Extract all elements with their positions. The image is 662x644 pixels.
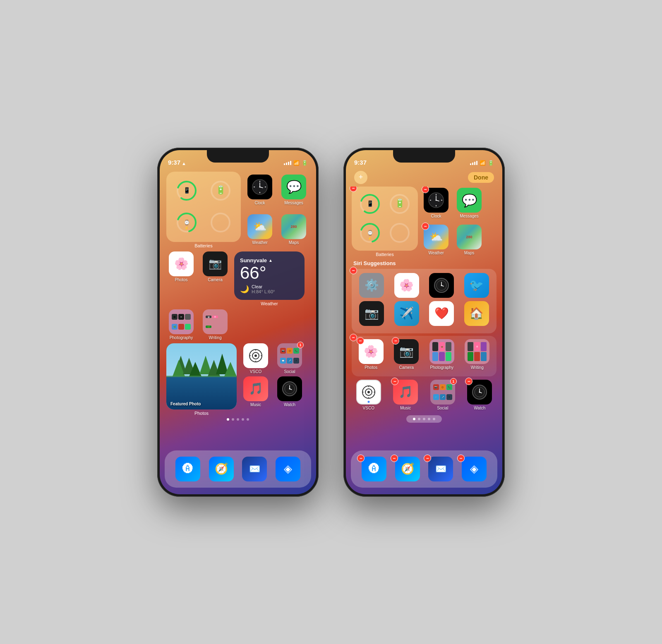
camera-app[interactable]: 📷 Camera: [200, 251, 230, 306]
right-battery-icon: 🔋: [488, 160, 494, 166]
dock-dropbox[interactable]: ◈: [273, 457, 303, 481]
main-apps-minus[interactable]: −: [350, 334, 357, 341]
siri-photos[interactable]: 🌸: [391, 273, 423, 298]
featured-photo-app-label: Photos: [194, 411, 209, 416]
dock-spark[interactable]: ✉️: [240, 457, 269, 481]
svg-point-40: [289, 388, 290, 389]
clock-label: Clock: [254, 201, 265, 205]
svg-point-50: [391, 224, 409, 242]
svg-point-74: [479, 391, 480, 393]
right-messages-app[interactable]: 💬 Messages: [454, 188, 484, 218]
page-dot-3: [237, 418, 239, 421]
music-minus-btn[interactable]: −: [391, 378, 398, 385]
right-weather-app[interactable]: − ⛅ Weather: [421, 225, 451, 255]
svg-text:🔋: 🔋: [216, 185, 226, 195]
dock-appstore[interactable]: 🅐: [173, 457, 203, 481]
social-folder[interactable]: 📷 Ⓘ 📞 💬 ✈️ f 1 Social: [275, 343, 305, 374]
dock-dropbox-minus[interactable]: −: [457, 455, 465, 462]
siri-home[interactable]: 🏠: [461, 301, 493, 326]
svg-text:🔋: 🔋: [395, 198, 405, 208]
small-apps-column: Clock ⛅ Weather: [245, 172, 275, 248]
batteries-label: Batteries: [194, 243, 212, 248]
weather-icon: ⛅: [247, 214, 272, 239]
right-vsco-app[interactable]: VSCO: [352, 380, 386, 410]
photos-app[interactable]: 🌸 Photos: [166, 251, 196, 306]
right-camera-minus[interactable]: −: [392, 337, 399, 345]
dock-appstore-minus[interactable]: −: [357, 455, 365, 462]
svg-point-66: [367, 391, 370, 393]
right-photography-label: Photography: [430, 365, 453, 370]
dock-spark-minus[interactable]: −: [424, 455, 431, 462]
second-row: 🌸 Photos 📷 Camera Sunnyvale ▲: [166, 251, 309, 306]
add-widget-button[interactable]: +: [354, 171, 367, 184]
batteries-widget-container[interactable]: 📱 🔋: [166, 172, 241, 248]
weather-minus-btn[interactable]: −: [422, 223, 429, 230]
siri-telegram[interactable]: ✈️: [391, 301, 423, 326]
messages-maps-column: 💬 Messages 280 Maps: [279, 172, 309, 248]
weather-widget-container[interactable]: Sunnyvale ▲ 66° 🌙 Clear H:84° L:60°: [234, 251, 305, 306]
right-social-folder[interactable]: 📷 Ⓘ 📞 🐦 ✈️ f 1 Social: [426, 380, 460, 410]
siri-health[interactable]: ❤️: [426, 301, 458, 326]
featured-photo-container[interactable]: Featured Photo Photos: [166, 343, 237, 416]
right-maps-app[interactable]: 280 Maps: [454, 225, 484, 255]
siri-camera-icon: 📷: [359, 301, 384, 326]
watch-icon: [277, 376, 302, 401]
right-wifi-icon: 📶: [480, 160, 486, 166]
svg-text:⚡: ⚡: [368, 236, 372, 240]
right-clock-app[interactable]: −: [421, 188, 451, 218]
right-writing-app[interactable]: B Writing: [461, 339, 494, 370]
vsco-app[interactable]: VSCO: [241, 343, 271, 374]
right-photography-app[interactable]: 🦋 Photography: [426, 339, 458, 370]
right-clock-label: Clock: [431, 214, 441, 218]
social-badge: 1: [297, 342, 304, 348]
siri-settings[interactable]: ⚙️: [356, 273, 388, 298]
right-maps-icon: 280: [457, 225, 482, 249]
right-photos-minus[interactable]: −: [357, 337, 364, 345]
watch-app[interactable]: Watch: [275, 376, 305, 407]
svg-rect-29: [166, 376, 237, 377]
right-camera-app[interactable]: − 📷 Camera: [391, 339, 423, 370]
done-button[interactable]: Done: [468, 172, 494, 183]
weather-app[interactable]: ⛅ Weather: [245, 214, 275, 245]
page-dot-2: [232, 418, 234, 421]
clock-app[interactable]: Clock: [245, 175, 275, 205]
right-messages-maps-col: 💬 Messages 280 Maps: [454, 187, 484, 257]
right-watch-app[interactable]: −: [463, 380, 497, 410]
siri-watch[interactable]: [426, 273, 458, 298]
svg-point-18: [259, 186, 261, 187]
writing-label: Writing: [209, 335, 222, 340]
right-top-row: − 📱: [352, 187, 496, 257]
siri-suggestions-label: Siri Suggestions: [352, 260, 496, 266]
siri-grid: ⚙️ 🌸: [356, 273, 492, 326]
right-batteries-widget: 📱 🔋: [352, 187, 418, 251]
right-writing-label: Writing: [471, 365, 484, 370]
right-status-time: 9:37: [354, 159, 367, 166]
right-messages-icon: 💬: [457, 188, 482, 213]
photography-folder[interactable]: ▦ ∞ 🌿 Photography: [166, 309, 196, 340]
right-screen-content: − 📱: [346, 187, 502, 494]
right-signal-bars: [470, 161, 477, 165]
dock-safari[interactable]: 🧭: [206, 457, 236, 481]
siri-minus-btn[interactable]: −: [350, 267, 357, 274]
right-music-app[interactable]: − 🎵 Music: [389, 380, 423, 410]
writing-folder[interactable]: ▦ B 🌿 Writing: [200, 309, 230, 340]
right-watch-label: Watch: [474, 406, 485, 410]
right-photos-app[interactable]: − 🌸 Photos: [355, 339, 387, 370]
right-phone: 9:37 📶 🔋 + Done: [343, 148, 505, 497]
right-dot-1: [413, 418, 415, 420]
right-clock-weather-col: −: [421, 187, 451, 257]
messages-app[interactable]: 💬 Messages: [279, 175, 309, 205]
writing-folder-icon: ▦ B 🌿: [203, 309, 228, 334]
maps-app[interactable]: 280 Maps: [279, 214, 309, 245]
messages-icon: 💬: [281, 175, 306, 199]
svg-point-63: [441, 285, 442, 286]
dock-safari-minus[interactable]: −: [391, 455, 398, 462]
music-icon: 🎵: [243, 376, 268, 401]
page-dot-1: [227, 418, 229, 421]
music-app[interactable]: 🎵 Music: [241, 376, 271, 407]
siri-tweetbot[interactable]: 🐦: [461, 273, 493, 298]
right-dot-5: [433, 418, 435, 420]
watch-minus-btn[interactable]: −: [465, 378, 473, 385]
siri-camera[interactable]: 📷: [356, 301, 388, 326]
right-social-label: Social: [437, 406, 448, 410]
